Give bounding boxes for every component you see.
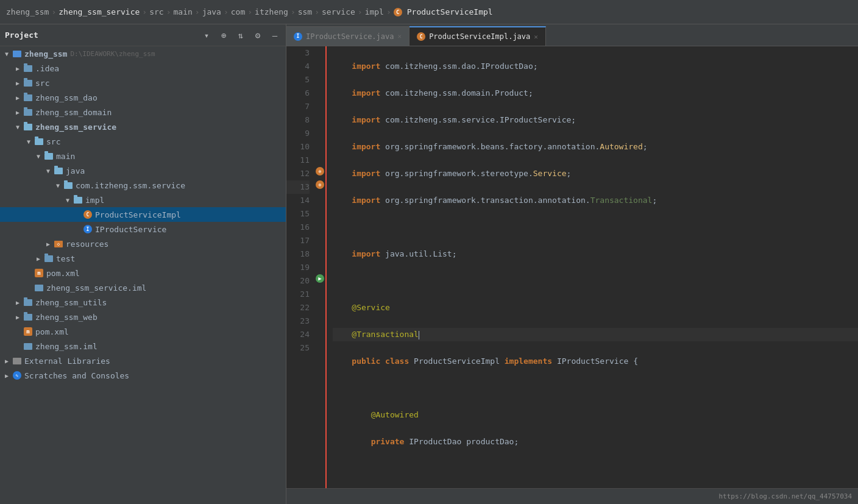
- code-line-14: public class ProductServiceImpl implemen…: [333, 355, 858, 368]
- tree-item-resources[interactable]: resources: [0, 236, 286, 251]
- folder-icon: [54, 166, 63, 176]
- line-num: 23: [286, 314, 310, 328]
- breadcrumb-service: service: [322, 7, 355, 16]
- red-line: [325, 46, 327, 488]
- tab-label: IProductService.java: [306, 32, 394, 41]
- tree-item-zheng_ssm_utils[interactable]: zheng_ssm_utils: [0, 295, 286, 310]
- sidebar-title: Project: [5, 30, 196, 40]
- line-num-active: 13: [286, 180, 310, 194]
- tree-item-test[interactable]: test: [0, 251, 286, 266]
- line-num: 12: [286, 167, 310, 180]
- line-num: 6: [286, 87, 310, 100]
- class-tab-icon: C: [417, 32, 425, 41]
- statusbar: https://blog.csdn.net/qq_44757034: [286, 488, 858, 504]
- blog-url: https://blog.csdn.net/qq_44757034: [718, 492, 852, 500]
- tree-arrow: [73, 225, 82, 233]
- editor-tabs: I IProductService.java ✕ C ProductServic…: [286, 24, 858, 46]
- sidebar: Project ▾ ⊕ ⇅ ⚙ — zheng_ssm D:\IDEAWORK\…: [0, 24, 286, 504]
- tree-arrow: [13, 313, 22, 321]
- tree-arrow: [13, 342, 22, 350]
- tree-item-src[interactable]: src: [0, 76, 286, 90]
- line-num: 18: [286, 247, 310, 261]
- tree-label: zheng_ssm_web: [35, 313, 98, 322]
- tree-item-zheng_ssm[interactable]: zheng_ssm D:\IDEAWORK\zheng_ssm: [0, 46, 286, 61]
- tree-item-zheng_ssm_service[interactable]: zheng_ssm_service: [0, 119, 286, 134]
- code-line-4: import com.itzheng.ssm.domain.Product;: [333, 87, 858, 100]
- tree-arrow: [54, 181, 62, 190]
- line-num: 5: [286, 73, 310, 87]
- tree-item-idea[interactable]: .idea: [0, 61, 286, 76]
- line-num: 10: [286, 140, 310, 154]
- tree-item-zheng_ssm_web[interactable]: zheng_ssm_web: [0, 310, 286, 324]
- tab-ProductServiceImpl[interactable]: C ProductServiceImpl.java ✕: [410, 26, 546, 46]
- tab-close-btn[interactable]: ✕: [534, 33, 538, 41]
- tree-arrow: [73, 210, 82, 219]
- tree-label: zheng_ssm_service: [35, 122, 116, 132]
- tree-label: com.itzheng.ssm.service: [76, 181, 185, 190]
- tree-label: External Libraries: [24, 357, 110, 366]
- module-folder-icon: [23, 122, 33, 132]
- class-icon: C: [394, 8, 402, 16]
- tree-item-zheng_ssm-iml[interactable]: zheng_ssm.iml: [0, 339, 286, 353]
- tree-arrow: [13, 122, 22, 131]
- sidebar-dropdown-btn[interactable]: ▾: [200, 29, 213, 41]
- code-line-3: import com.itzheng.ssm.dao.IProductDao;: [333, 60, 858, 73]
- tree-item-java[interactable]: java: [0, 163, 286, 178]
- tree-arrow: [44, 240, 52, 248]
- tree-item-zheng_ssm_domain[interactable]: zheng_ssm_domain: [0, 105, 286, 119]
- tree-item-com-pkg[interactable]: com.itzheng.ssm.service: [0, 178, 286, 193]
- tree-label: src: [35, 79, 49, 88]
- tree-item-external-libs[interactable]: External Libraries: [0, 353, 286, 368]
- code-line-11: [333, 274, 858, 288]
- tree-arrow: [13, 298, 22, 307]
- tree-item-scratches[interactable]: ✎ Scratches and Consoles: [0, 368, 286, 383]
- code-line-16: @Autowired: [333, 408, 858, 422]
- breadcrumb-itzheng: itzheng: [255, 7, 288, 16]
- tree-label: Scratches and Consoles: [24, 371, 129, 380]
- tree-item-ProductServiceImpl[interactable]: C ProductServiceImpl: [0, 207, 286, 222]
- sidebar-sync-btn[interactable]: ⇅: [235, 29, 247, 41]
- line-num: 3: [286, 46, 310, 60]
- tree-arrow: [34, 254, 43, 263]
- tree-item-pom-xml-svc[interactable]: m pom.xml: [0, 266, 286, 280]
- module-folder-icon: [23, 297, 33, 307]
- tree-item-main[interactable]: main: [0, 149, 286, 163]
- line-num: 9: [286, 127, 310, 140]
- line-num: 24: [286, 328, 310, 341]
- tree-path: D:\IDEAWORK\zheng_ssm: [70, 50, 155, 58]
- main-layout: Project ▾ ⊕ ⇅ ⚙ — zheng_ssm D:\IDEAWORK\…: [0, 24, 858, 504]
- tree-arrow: [63, 196, 72, 204]
- gutter-icon-transactional: ⊕: [316, 180, 324, 189]
- tree-item-service-iml[interactable]: zheng_ssm_service.iml: [0, 280, 286, 295]
- folder-icon: [44, 151, 54, 161]
- tree-arrow: [2, 49, 11, 58]
- line-num: 7: [286, 100, 310, 113]
- file-tree: zheng_ssm D:\IDEAWORK\zheng_ssm .idea sr…: [0, 46, 286, 504]
- tree-item-IProductService[interactable]: I IProductService: [0, 222, 286, 236]
- breadcrumb-project: zheng_ssm: [6, 7, 49, 16]
- tree-item-zheng_ssm_dao[interactable]: zheng_ssm_dao: [0, 90, 286, 105]
- interface-tab-icon: I: [294, 32, 302, 41]
- code-line-9: [333, 221, 858, 234]
- tree-item-impl[interactable]: impl: [0, 193, 286, 207]
- sidebar-settings-btn[interactable]: ⚙: [252, 29, 264, 41]
- line-num: 4: [286, 60, 310, 73]
- tree-arrow: [34, 152, 43, 160]
- sidebar-minimize-btn[interactable]: —: [269, 29, 281, 41]
- code-content[interactable]: import com.itzheng.ssm.dao.IProductDao; …: [327, 46, 858, 488]
- tree-item-src2[interactable]: src: [0, 134, 286, 149]
- sidebar-add-btn[interactable]: ⊕: [218, 29, 230, 41]
- tree-label: zheng_ssm_service.iml: [46, 283, 146, 293]
- tree-arrow: [13, 108, 22, 116]
- tab-close-btn[interactable]: ✕: [398, 32, 402, 40]
- tab-IProductService[interactable]: I IProductService.java ✕: [286, 26, 410, 46]
- code-line-17: private IProductDao productDao;: [333, 435, 858, 449]
- code-line-15: [333, 382, 858, 395]
- tree-arrow: [24, 283, 33, 292]
- tree-item-pom-xml-root[interactable]: m pom.xml: [0, 324, 286, 339]
- gutter-icon-override: ▶: [316, 274, 324, 283]
- line-num: 16: [286, 221, 310, 234]
- tree-arrow: [44, 166, 52, 175]
- tree-label: IProductService: [95, 225, 166, 234]
- scratch-icon: ✎: [12, 371, 22, 380]
